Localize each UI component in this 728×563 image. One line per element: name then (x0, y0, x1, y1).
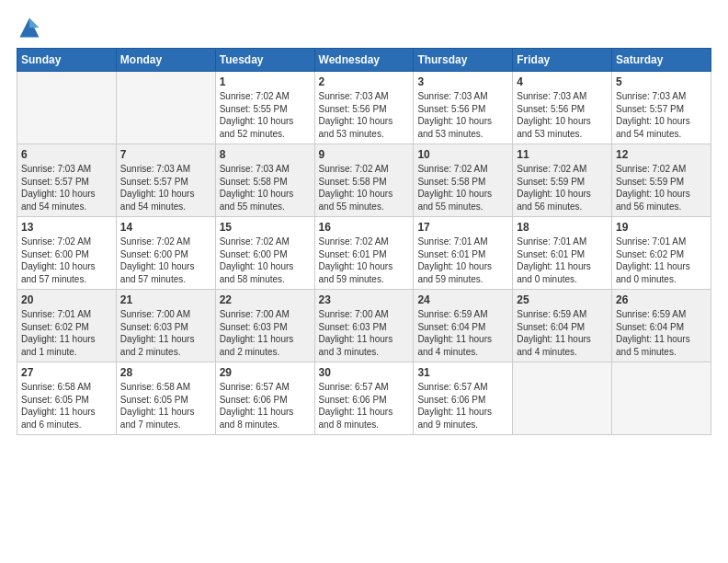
header (17, 15, 711, 40)
day-info: Sunrise: 7:02 AM Sunset: 6:00 PM Dayligh… (21, 236, 112, 285)
calendar-cell: 7Sunrise: 7:03 AM Sunset: 5:57 PM Daylig… (116, 144, 215, 217)
day-number: 1 (220, 75, 311, 88)
day-info: Sunrise: 7:01 AM Sunset: 6:02 PM Dayligh… (616, 236, 707, 285)
day-info: Sunrise: 7:02 AM Sunset: 5:55 PM Dayligh… (220, 90, 311, 140)
calendar-cell: 24Sunrise: 6:59 AM Sunset: 6:04 PM Dayli… (414, 290, 513, 362)
calendar-cell: 21Sunrise: 7:00 AM Sunset: 6:03 PM Dayli… (116, 290, 215, 362)
day-number: 4 (517, 75, 608, 88)
logo-icon (17, 15, 42, 40)
page: SundayMondayTuesdayWednesdayThursdayFrid… (0, 0, 728, 563)
day-number: 13 (21, 221, 112, 234)
calendar-cell: 15Sunrise: 7:02 AM Sunset: 6:00 PM Dayli… (215, 217, 314, 290)
weekday-row: SundayMondayTuesdayWednesdayThursdayFrid… (17, 49, 711, 72)
day-info: Sunrise: 7:01 AM Sunset: 6:02 PM Dayligh… (21, 308, 112, 358)
day-number: 26 (616, 293, 707, 306)
day-number: 18 (517, 221, 608, 234)
day-number: 16 (319, 221, 410, 234)
day-info: Sunrise: 6:57 AM Sunset: 6:06 PM Dayligh… (417, 381, 508, 431)
day-info: Sunrise: 6:59 AM Sunset: 6:04 PM Dayligh… (417, 308, 508, 358)
day-number: 8 (220, 148, 311, 161)
calendar-cell: 27Sunrise: 6:58 AM Sunset: 6:05 PM Dayli… (17, 362, 117, 435)
day-number: 11 (517, 148, 608, 161)
weekday-header: Sunday (17, 49, 117, 72)
day-number: 10 (417, 148, 508, 161)
day-info: Sunrise: 6:58 AM Sunset: 6:05 PM Dayligh… (21, 381, 112, 431)
day-number: 30 (319, 366, 410, 379)
day-number: 14 (120, 221, 211, 234)
weekday-header: Friday (513, 49, 612, 72)
day-info: Sunrise: 6:57 AM Sunset: 6:06 PM Dayligh… (319, 381, 410, 431)
day-number: 28 (120, 366, 211, 379)
calendar-week-row: 27Sunrise: 6:58 AM Sunset: 6:05 PM Dayli… (17, 362, 711, 435)
day-info: Sunrise: 7:02 AM Sunset: 5:59 PM Dayligh… (616, 163, 707, 213)
day-info: Sunrise: 7:03 AM Sunset: 5:57 PM Dayligh… (616, 90, 707, 140)
calendar-cell: 3Sunrise: 7:03 AM Sunset: 5:56 PM Daylig… (414, 72, 513, 144)
day-number: 29 (220, 366, 311, 379)
calendar-week-row: 20Sunrise: 7:01 AM Sunset: 6:02 PM Dayli… (17, 290, 711, 362)
day-number: 17 (417, 221, 508, 234)
calendar-week-row: 1Sunrise: 7:02 AM Sunset: 5:55 PM Daylig… (17, 72, 711, 144)
calendar-cell: 23Sunrise: 7:00 AM Sunset: 6:03 PM Dayli… (314, 290, 414, 362)
weekday-header: Monday (116, 49, 215, 72)
calendar-cell: 29Sunrise: 6:57 AM Sunset: 6:06 PM Dayli… (215, 362, 314, 435)
day-info: Sunrise: 7:00 AM Sunset: 6:03 PM Dayligh… (120, 308, 211, 358)
calendar-cell (116, 72, 215, 144)
weekday-header: Wednesday (314, 49, 414, 72)
day-number: 21 (120, 293, 211, 306)
calendar-cell: 6Sunrise: 7:03 AM Sunset: 5:57 PM Daylig… (17, 144, 117, 217)
day-info: Sunrise: 7:03 AM Sunset: 5:57 PM Dayligh… (120, 163, 211, 213)
day-info: Sunrise: 7:00 AM Sunset: 6:03 PM Dayligh… (319, 308, 410, 358)
day-number: 31 (417, 366, 508, 379)
calendar-header: SundayMondayTuesdayWednesdayThursdayFrid… (17, 49, 711, 72)
day-number: 20 (21, 293, 112, 306)
calendar-cell: 9Sunrise: 7:02 AM Sunset: 5:58 PM Daylig… (314, 144, 414, 217)
calendar-cell: 17Sunrise: 7:01 AM Sunset: 6:01 PM Dayli… (414, 217, 513, 290)
day-info: Sunrise: 7:01 AM Sunset: 6:01 PM Dayligh… (517, 236, 608, 285)
day-info: Sunrise: 7:03 AM Sunset: 5:57 PM Dayligh… (21, 163, 112, 213)
day-number: 2 (319, 75, 410, 88)
day-info: Sunrise: 7:02 AM Sunset: 6:00 PM Dayligh… (120, 236, 211, 285)
day-number: 12 (616, 148, 707, 161)
weekday-header: Saturday (612, 49, 711, 72)
day-number: 5 (616, 75, 707, 88)
calendar-cell: 4Sunrise: 7:03 AM Sunset: 5:56 PM Daylig… (513, 72, 612, 144)
day-info: Sunrise: 7:03 AM Sunset: 5:56 PM Dayligh… (517, 90, 608, 140)
calendar-cell: 25Sunrise: 6:59 AM Sunset: 6:04 PM Dayli… (513, 290, 612, 362)
day-number: 22 (220, 293, 311, 306)
calendar-cell: 11Sunrise: 7:02 AM Sunset: 5:59 PM Dayli… (513, 144, 612, 217)
day-info: Sunrise: 7:02 AM Sunset: 5:58 PM Dayligh… (319, 163, 410, 213)
day-info: Sunrise: 7:02 AM Sunset: 5:59 PM Dayligh… (517, 163, 608, 213)
calendar-week-row: 13Sunrise: 7:02 AM Sunset: 6:00 PM Dayli… (17, 217, 711, 290)
calendar-cell: 12Sunrise: 7:02 AM Sunset: 5:59 PM Dayli… (612, 144, 711, 217)
day-number: 24 (417, 293, 508, 306)
calendar-cell: 22Sunrise: 7:00 AM Sunset: 6:03 PM Dayli… (215, 290, 314, 362)
day-info: Sunrise: 7:03 AM Sunset: 5:56 PM Dayligh… (319, 90, 410, 140)
calendar-cell: 2Sunrise: 7:03 AM Sunset: 5:56 PM Daylig… (314, 72, 414, 144)
calendar-cell: 14Sunrise: 7:02 AM Sunset: 6:00 PM Dayli… (116, 217, 215, 290)
weekday-header: Thursday (414, 49, 513, 72)
day-info: Sunrise: 7:02 AM Sunset: 6:01 PM Dayligh… (319, 236, 410, 285)
calendar-cell: 31Sunrise: 6:57 AM Sunset: 6:06 PM Dayli… (414, 362, 513, 435)
calendar-cell: 28Sunrise: 6:58 AM Sunset: 6:05 PM Dayli… (116, 362, 215, 435)
day-info: Sunrise: 7:03 AM Sunset: 5:56 PM Dayligh… (417, 90, 508, 140)
day-info: Sunrise: 7:01 AM Sunset: 6:01 PM Dayligh… (417, 236, 508, 285)
calendar-cell: 10Sunrise: 7:02 AM Sunset: 5:58 PM Dayli… (414, 144, 513, 217)
calendar-cell: 19Sunrise: 7:01 AM Sunset: 6:02 PM Dayli… (612, 217, 711, 290)
calendar-cell (612, 362, 711, 435)
calendar-cell (17, 72, 117, 144)
day-info: Sunrise: 7:03 AM Sunset: 5:58 PM Dayligh… (220, 163, 311, 213)
logo (17, 15, 46, 40)
day-info: Sunrise: 7:00 AM Sunset: 6:03 PM Dayligh… (220, 308, 311, 358)
day-info: Sunrise: 7:02 AM Sunset: 5:58 PM Dayligh… (417, 163, 508, 213)
calendar-cell: 1Sunrise: 7:02 AM Sunset: 5:55 PM Daylig… (215, 72, 314, 144)
svg-marker-1 (29, 18, 40, 29)
day-number: 15 (220, 221, 311, 234)
calendar-cell: 16Sunrise: 7:02 AM Sunset: 6:01 PM Dayli… (314, 217, 414, 290)
weekday-header: Tuesday (215, 49, 314, 72)
day-info: Sunrise: 6:59 AM Sunset: 6:04 PM Dayligh… (517, 308, 608, 358)
calendar-week-row: 6Sunrise: 7:03 AM Sunset: 5:57 PM Daylig… (17, 144, 711, 217)
day-number: 7 (120, 148, 211, 161)
day-number: 6 (21, 148, 112, 161)
day-info: Sunrise: 6:57 AM Sunset: 6:06 PM Dayligh… (220, 381, 311, 431)
day-number: 3 (417, 75, 508, 88)
